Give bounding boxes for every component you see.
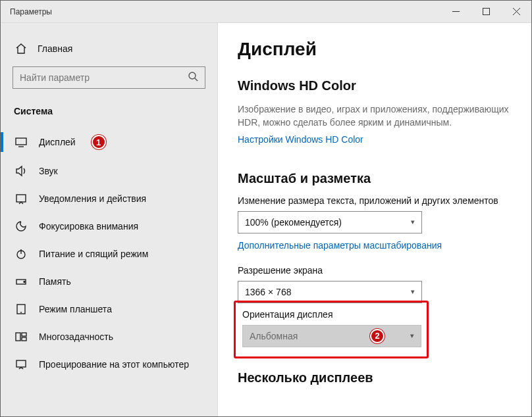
svg-rect-15 — [16, 333, 20, 341]
focus-icon — [15, 220, 27, 232]
orientation-value: Альбомная — [250, 331, 298, 341]
sidebar-item-label: Уведомления и действия — [39, 193, 146, 204]
maximize-button[interactable] — [471, 1, 501, 22]
sidebar-item-label: Фокусировка внимания — [39, 221, 138, 232]
svg-rect-16 — [22, 333, 26, 336]
home-icon — [15, 43, 27, 55]
svg-rect-17 — [22, 337, 26, 341]
tablet-icon — [15, 303, 27, 315]
window-title: Параметры — [1, 7, 440, 16]
search-field[interactable] — [20, 72, 188, 83]
titlebar: Параметры — [1, 1, 531, 23]
close-button[interactable] — [501, 1, 531, 22]
minimize-button[interactable] — [440, 1, 471, 22]
nav-list: Дисплей 1 Звук Уведомления и действия Фо… — [1, 127, 217, 378]
orientation-label: Ориентация дисплея — [242, 309, 420, 320]
text-scale-label: Изменение размера текста, приложений и д… — [238, 195, 512, 206]
search-input[interactable] — [13, 66, 205, 89]
hd-color-description: Изображение в видео, играх и приложениях… — [238, 103, 512, 130]
sidebar-item-label: Проецирование на этот компьютер — [39, 359, 189, 370]
sidebar-item-power[interactable]: Питание и спящий режим — [1, 240, 217, 268]
sidebar-item-projecting[interactable]: Проецирование на этот компьютер — [1, 351, 217, 378]
page-title: Дисплей — [238, 39, 512, 60]
sidebar-item-label: Питание и спящий режим — [39, 249, 148, 259]
sidebar-item-label: Звук — [39, 166, 58, 176]
svg-line-5 — [195, 78, 198, 81]
orientation-highlight: Ориентация дисплея Альбомная ▾ 2 — [234, 301, 429, 358]
section-system: Система — [1, 101, 217, 127]
sidebar: Главная Система Дисплей 1 Звук — [1, 23, 218, 416]
text-scale-value: 100% (рекомендуется) — [245, 217, 342, 228]
sidebar-item-multitask[interactable]: Многозадачность — [1, 323, 217, 351]
sidebar-item-display[interactable]: Дисплей 1 — [1, 127, 217, 157]
content-pane: Дисплей Windows HD Color Изображение в в… — [218, 23, 531, 416]
hd-color-heading: Windows HD Color — [238, 78, 512, 93]
resolution-label: Разрешение экрана — [238, 265, 512, 276]
svg-rect-18 — [16, 360, 26, 367]
sidebar-item-tablet[interactable]: Режим планшета — [1, 295, 217, 323]
home-nav[interactable]: Главная — [1, 37, 217, 66]
sidebar-item-label: Режим планшета — [39, 304, 112, 314]
svg-rect-8 — [16, 195, 26, 202]
power-icon — [15, 248, 27, 260]
projecting-icon — [15, 358, 27, 370]
sidebar-item-notifications[interactable]: Уведомления и действия — [1, 185, 217, 212]
text-scale-dropdown[interactable]: 100% (рекомендуется) ▾ — [238, 211, 422, 233]
resolution-value: 1366 × 768 — [245, 287, 291, 297]
svg-rect-1 — [483, 9, 489, 15]
annotation-badge-1: 1 — [92, 135, 106, 149]
orientation-dropdown[interactable]: Альбомная ▾ — [242, 325, 421, 347]
sidebar-item-storage[interactable]: Память — [1, 268, 217, 295]
display-icon — [15, 136, 27, 148]
multitask-icon — [15, 331, 27, 343]
svg-point-12 — [24, 282, 25, 283]
annotation-badge-2: 2 — [370, 329, 385, 343]
sidebar-item-focus[interactable]: Фокусировка внимания — [1, 212, 217, 240]
storage-icon — [15, 276, 27, 287]
sidebar-item-sound[interactable]: Звук — [1, 157, 217, 185]
notifications-icon — [15, 193, 27, 205]
svg-point-4 — [189, 72, 196, 79]
advanced-scaling-link[interactable]: Дополнительные параметры масштабирования — [238, 240, 442, 251]
search-icon — [188, 71, 198, 84]
multi-displays-heading: Несколько дисплеев — [238, 370, 512, 385]
svg-rect-6 — [16, 138, 26, 145]
sound-icon — [15, 165, 27, 177]
chevron-down-icon: ▾ — [410, 331, 414, 340]
window-controls — [440, 1, 531, 22]
hd-color-link[interactable]: Настройки Windows HD Color — [238, 134, 363, 145]
resolution-dropdown[interactable]: 1366 × 768 ▾ — [238, 281, 422, 303]
sidebar-item-label: Память — [39, 276, 71, 287]
chevron-down-icon: ▾ — [411, 218, 415, 226]
sidebar-item-label: Дисплей — [39, 137, 76, 147]
chevron-down-icon: ▾ — [411, 287, 415, 296]
home-label: Главная — [38, 43, 72, 54]
sidebar-item-label: Многозадачность — [39, 331, 113, 342]
scale-heading: Масштаб и разметка — [238, 171, 512, 186]
